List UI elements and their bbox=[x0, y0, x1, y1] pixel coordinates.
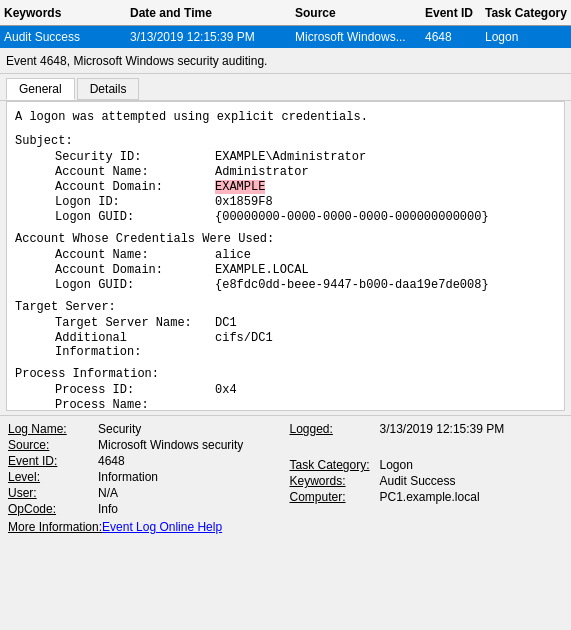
table-header: Keywords Date and Time Source Event ID T… bbox=[0, 0, 571, 26]
target-title: Target Server: bbox=[15, 300, 556, 314]
field-label: Logon ID: bbox=[55, 195, 215, 209]
field-value: EXAMPLE.LOCAL bbox=[215, 263, 309, 277]
field-value: alice bbox=[215, 248, 251, 262]
field-label: Account Name: bbox=[55, 165, 215, 179]
event-log-online-help-link[interactable]: Event Log Online Help bbox=[102, 520, 222, 534]
task-category-label: Task Category: bbox=[290, 458, 380, 472]
level-label: Level: bbox=[8, 470, 98, 484]
keywords-label: Keywords: bbox=[290, 474, 380, 488]
cell-source: Microsoft Windows... bbox=[295, 30, 425, 44]
col-keywords-header[interactable]: Keywords bbox=[0, 6, 130, 20]
computer-value: PC1.example.local bbox=[380, 490, 480, 504]
field-label: Process ID: bbox=[55, 383, 215, 397]
field-row: Account Domain:EXAMPLE bbox=[15, 180, 556, 194]
more-info-row: More Information: Event Log Online Help bbox=[8, 520, 563, 534]
logged-row: Logged: 3/13/2019 12:15:39 PM bbox=[290, 422, 564, 436]
log-name-label: Log Name: bbox=[8, 422, 98, 436]
cred-fields: Account Name:aliceAccount Domain:EXAMPLE… bbox=[15, 248, 556, 292]
logged-value: 3/13/2019 12:15:39 PM bbox=[380, 422, 505, 436]
col-source-header[interactable]: Source bbox=[295, 6, 425, 20]
level-value: Information bbox=[98, 470, 158, 484]
log-name-row: Log Name: Security bbox=[8, 422, 282, 436]
col-eventid-header[interactable]: Event ID bbox=[425, 6, 485, 20]
field-row: Account Domain:EXAMPLE.LOCAL bbox=[15, 263, 556, 277]
col-datetime-header[interactable]: Date and Time bbox=[130, 6, 295, 20]
field-row: Account Name:alice bbox=[15, 248, 556, 262]
content-intro: A logon was attempted using explicit cre… bbox=[15, 110, 556, 124]
subject-title: Subject: bbox=[15, 134, 556, 148]
field-row: Logon GUID:{00000000-0000-0000-0000-0000… bbox=[15, 210, 556, 224]
field-value: {00000000-0000-0000-0000-000000000000} bbox=[215, 210, 489, 224]
source-value: Microsoft Windows security bbox=[98, 438, 243, 452]
task-category-value: Logon bbox=[380, 458, 413, 472]
field-value: EXAMPLE\Administrator bbox=[215, 150, 366, 164]
field-label: Account Domain: bbox=[55, 180, 215, 194]
field-value: {e8fdc0dd-beee-9447-b000-daa19e7de008} bbox=[215, 278, 489, 292]
keywords-value: Audit Success bbox=[380, 474, 456, 488]
col-taskcat-header[interactable]: Task Category bbox=[485, 6, 571, 20]
task-category-row: Task Category: Logon bbox=[290, 458, 564, 472]
field-value: cifs/DC1 bbox=[215, 331, 273, 359]
cell-keywords: Audit Success bbox=[0, 30, 130, 44]
target-fields: Target Server Name:DC1Additional Informa… bbox=[15, 316, 556, 359]
event-description: Event 4648, Microsoft Windows security a… bbox=[0, 48, 571, 74]
more-info-label: More Information: bbox=[8, 520, 102, 534]
field-row: Logon GUID:{e8fdc0dd-beee-9447-b000-daa1… bbox=[15, 278, 556, 292]
computer-row: Computer: PC1.example.local bbox=[290, 490, 564, 504]
event-desc-text: Event 4648, Microsoft Windows security a… bbox=[6, 54, 267, 68]
opcode-value: Info bbox=[98, 502, 118, 516]
info-col-left: Log Name: Security Source: Microsoft Win… bbox=[8, 422, 282, 518]
field-label: Process Name: bbox=[55, 398, 215, 411]
process-fields: Process ID:0x4Process Name: bbox=[15, 383, 556, 411]
computer-label: Computer: bbox=[290, 490, 380, 504]
event-id-value: 4648 bbox=[98, 454, 125, 468]
tabs-bar: General Details bbox=[0, 74, 571, 101]
field-label: Logon GUID: bbox=[55, 210, 215, 224]
level-row: Level: Information bbox=[8, 470, 282, 484]
keywords-row: Keywords: Audit Success bbox=[290, 474, 564, 488]
source-label: Source: bbox=[8, 438, 98, 452]
field-row: Logon ID:0x1859F8 bbox=[15, 195, 556, 209]
field-row: Process ID:0x4 bbox=[15, 383, 556, 397]
field-value: DC1 bbox=[215, 316, 237, 330]
tab-general[interactable]: General bbox=[6, 78, 75, 100]
cell-eventid: 4648 bbox=[425, 30, 485, 44]
cell-taskcat: Logon bbox=[485, 30, 571, 44]
field-label: Logon GUID: bbox=[55, 278, 215, 292]
field-label: Additional Information: bbox=[55, 331, 215, 359]
field-value: EXAMPLE bbox=[215, 180, 265, 194]
field-row: Account Name:Administrator bbox=[15, 165, 556, 179]
field-row: Target Server Name:DC1 bbox=[15, 316, 556, 330]
field-value: 0x4 bbox=[215, 383, 237, 397]
field-row: Security ID:EXAMPLE\Administrator bbox=[15, 150, 556, 164]
credentials-title: Account Whose Credentials Were Used: bbox=[15, 232, 556, 246]
field-value: Administrator bbox=[215, 165, 309, 179]
log-name-value: Security bbox=[98, 422, 141, 436]
user-label: User: bbox=[8, 486, 98, 500]
tab-details[interactable]: Details bbox=[77, 78, 140, 100]
content-panel[interactable]: A logon was attempted using explicit cre… bbox=[6, 101, 565, 411]
process-title: Process Information: bbox=[15, 367, 556, 381]
cell-datetime: 3/13/2019 12:15:39 PM bbox=[130, 30, 295, 44]
info-grid: Log Name: Security Source: Microsoft Win… bbox=[8, 422, 563, 518]
user-value: N/A bbox=[98, 486, 118, 500]
info-col-right: Logged: 3/13/2019 12:15:39 PM Task Categ… bbox=[290, 422, 564, 518]
user-row: User: N/A bbox=[8, 486, 282, 500]
info-panel: Log Name: Security Source: Microsoft Win… bbox=[0, 415, 571, 540]
field-row: Process Name: bbox=[15, 398, 556, 411]
field-value: 0x1859F8 bbox=[215, 195, 273, 209]
field-label: Target Server Name: bbox=[55, 316, 215, 330]
field-row: Additional Information:cifs/DC1 bbox=[15, 331, 556, 359]
subject-fields: Security ID:EXAMPLE\AdministratorAccount… bbox=[15, 150, 556, 224]
field-label: Account Name: bbox=[55, 248, 215, 262]
event-id-row: Event ID: 4648 bbox=[8, 454, 282, 468]
spacer-row bbox=[290, 438, 564, 456]
event-id-label: Event ID: bbox=[8, 454, 98, 468]
opcode-label: OpCode: bbox=[8, 502, 98, 516]
logged-label: Logged: bbox=[290, 422, 380, 436]
table-row[interactable]: Audit Success 3/13/2019 12:15:39 PM Micr… bbox=[0, 26, 571, 48]
field-label: Security ID: bbox=[55, 150, 215, 164]
field-label: Account Domain: bbox=[55, 263, 215, 277]
opcode-row: OpCode: Info bbox=[8, 502, 282, 516]
source-row: Source: Microsoft Windows security bbox=[8, 438, 282, 452]
